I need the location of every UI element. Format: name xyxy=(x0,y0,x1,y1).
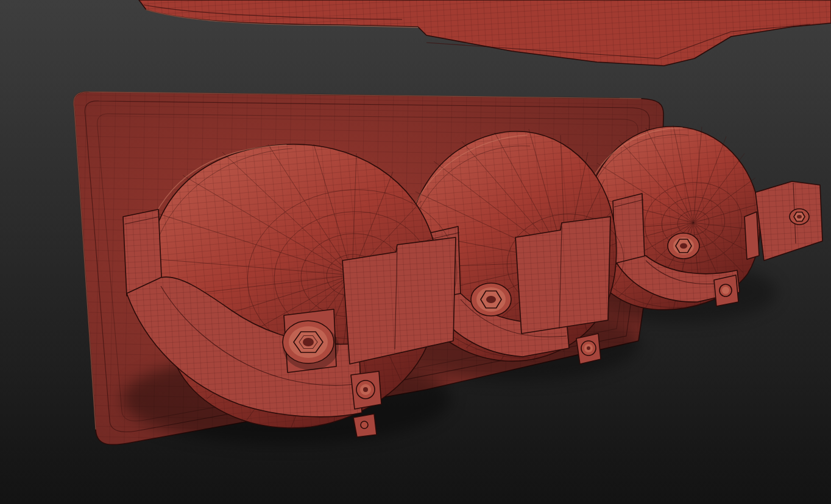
bolt-center xyxy=(587,346,590,350)
bolt-right-small[interactable] xyxy=(714,275,738,306)
bracket-right-plate-wire xyxy=(613,194,645,264)
bolt-center xyxy=(303,338,314,346)
bolt-left-large[interactable] xyxy=(283,309,339,373)
viewport-3d[interactable] xyxy=(0,0,831,504)
viewport-stage xyxy=(0,0,831,504)
bolt-middle-large[interactable] xyxy=(471,283,511,316)
bolt-head xyxy=(722,287,729,294)
bolt-center xyxy=(680,243,687,249)
bolt-center xyxy=(797,215,802,219)
bolt-far-right[interactable] xyxy=(790,209,809,225)
bolt-center xyxy=(363,387,368,392)
bolt-middle-small[interactable] xyxy=(576,334,601,364)
bolt-right-large[interactable] xyxy=(668,233,699,259)
tab-bolt xyxy=(361,421,368,429)
bottom-tab-left[interactable] xyxy=(353,414,377,437)
bolt-left-small[interactable] xyxy=(351,371,381,409)
bolt-center xyxy=(486,296,496,303)
